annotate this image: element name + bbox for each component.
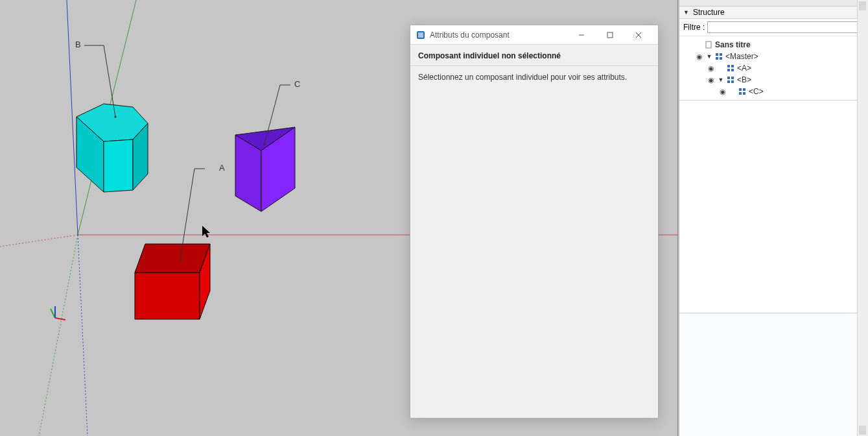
svg-rect-29 — [731, 65, 734, 67]
tree-item-c[interactable]: ◉ <C> — [681, 86, 868, 97]
svg-point-13 — [179, 258, 181, 260]
panel-bottom-section — [679, 313, 868, 436]
eye-icon[interactable]: ◉ — [707, 64, 716, 73]
app-icon — [416, 30, 426, 40]
dialog-title-text: Attributs du composant — [430, 30, 567, 40]
chevron-down-icon[interactable]: ▼ — [706, 53, 712, 60]
tree-item-a[interactable]: ◉ <A> — [681, 62, 868, 74]
svg-rect-32 — [727, 77, 730, 79]
svg-rect-36 — [739, 88, 742, 91]
label-b-text: B — [75, 40, 81, 49]
eye-icon[interactable]: ◉ — [718, 88, 727, 96]
svg-rect-33 — [731, 77, 734, 79]
axis-x-red-neg — [0, 235, 78, 247]
tree-root-label: Sans titre — [715, 40, 751, 49]
shape-c-triprism — [235, 127, 295, 212]
svg-marker-8 — [104, 139, 133, 192]
panel-tabbar — [679, 0, 868, 6]
svg-rect-37 — [743, 88, 745, 91]
minimize-button[interactable] — [567, 26, 596, 44]
filter-label: Filtre : — [683, 23, 705, 32]
axis-y-green-neg — [39, 235, 78, 436]
axis-gizmo — [51, 306, 65, 320]
svg-point-15 — [263, 143, 265, 145]
svg-rect-26 — [716, 57, 718, 60]
svg-line-0 — [55, 318, 65, 320]
outliner-panel: ▼ Structure Filtre : Sans titre ◉ ▼ <Mas… — [679, 0, 868, 436]
structure-tree[interactable]: Sans titre ◉ ▼ <Master> ◉ <A> ◉ ▼ <B> — [679, 36, 868, 100]
dialog-body-text: Sélectionnez un composant individuel pou… — [410, 66, 658, 88]
svg-line-1 — [51, 309, 55, 318]
panel-spacer — [679, 100, 868, 313]
vertical-scrollbar[interactable] — [857, 0, 868, 436]
dialog-titlebar[interactable]: Attributs du composant — [410, 25, 658, 45]
svg-rect-28 — [727, 65, 730, 67]
svg-rect-35 — [731, 80, 734, 83]
svg-marker-3 — [135, 272, 200, 319]
svg-rect-39 — [743, 92, 745, 95]
maximize-icon — [607, 32, 613, 38]
axis-z-blue — [67, 0, 78, 235]
shape-b-hexprism — [76, 104, 148, 192]
label-a-text: A — [219, 163, 225, 173]
tree-item-master[interactable]: ◉ ▼ <Master> — [681, 51, 868, 62]
dialog-subtitle: Composant individuel non sélectionné — [410, 45, 658, 66]
svg-rect-34 — [727, 80, 730, 83]
svg-rect-24 — [716, 53, 718, 56]
svg-rect-27 — [720, 57, 722, 60]
tree-root[interactable]: Sans titre — [681, 39, 868, 51]
svg-marker-4 — [135, 244, 210, 272]
label-c-text: C — [294, 79, 300, 89]
component-icon — [726, 75, 735, 84]
chevron-down-icon: ▼ — [683, 9, 689, 16]
svg-rect-20 — [607, 32, 613, 38]
tree-item-label: <C> — [749, 87, 764, 96]
structure-section-header[interactable]: ▼ Structure — [679, 6, 868, 19]
svg-rect-23 — [706, 42, 711, 48]
tree-item-label: <Master> — [725, 52, 758, 61]
cursor-icon — [202, 226, 210, 237]
maximize-button[interactable] — [596, 26, 624, 44]
tree-item-label: <A> — [737, 64, 751, 73]
component-icon — [726, 64, 735, 73]
svg-rect-38 — [739, 92, 742, 95]
svg-rect-31 — [731, 69, 734, 71]
component-icon — [714, 52, 723, 61]
close-icon — [635, 32, 642, 38]
component-attributes-dialog[interactable]: Attributs du composant Composant individ… — [410, 25, 659, 418]
tree-item-label: <B> — [737, 75, 751, 84]
svg-rect-25 — [720, 53, 722, 56]
filter-row: Filtre : — [679, 19, 868, 36]
chevron-down-icon[interactable]: ▼ — [718, 77, 724, 83]
axis-z-blue-neg — [78, 235, 88, 436]
svg-point-14 — [114, 115, 116, 117]
svg-rect-30 — [727, 69, 730, 71]
minimize-icon — [578, 32, 585, 38]
document-icon — [704, 40, 713, 49]
svg-rect-18 — [418, 32, 423, 38]
eye-icon[interactable]: ◉ — [695, 53, 704, 61]
component-icon — [738, 87, 747, 96]
tree-item-b[interactable]: ◉ ▼ <B> — [681, 74, 868, 86]
svg-marker-16 — [202, 226, 210, 237]
close-button[interactable] — [624, 26, 653, 44]
structure-header-label: Structure — [693, 8, 725, 17]
filter-input[interactable] — [707, 21, 864, 33]
eye-icon[interactable]: ◉ — [707, 76, 716, 84]
shape-a-cube — [135, 244, 210, 319]
